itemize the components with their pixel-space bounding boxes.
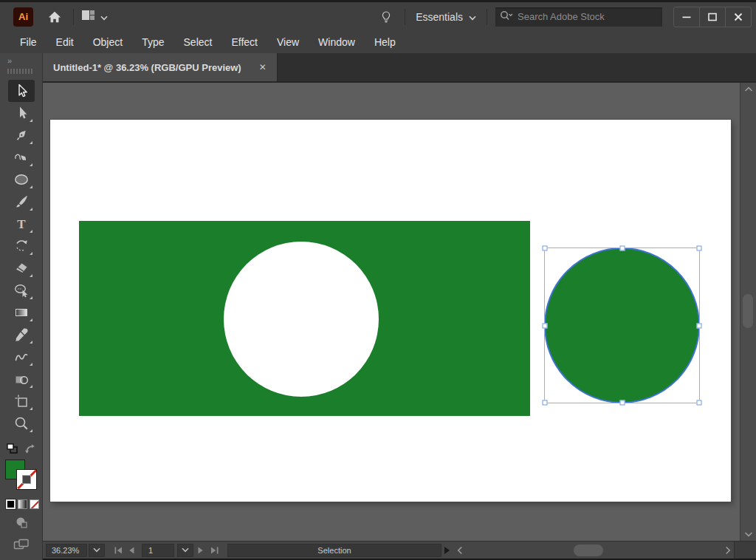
menu-file[interactable]: File — [10, 31, 47, 53]
selection-handle-bottom-center[interactable] — [619, 400, 625, 406]
shaper-tool[interactable] — [8, 346, 35, 368]
previous-artboard-icon[interactable] — [126, 544, 137, 556]
flyout-indicator — [30, 119, 32, 122]
menu-help[interactable]: Help — [365, 31, 405, 53]
color-button[interactable] — [6, 499, 16, 509]
artboard-number-value: 1 — [148, 546, 153, 555]
curvature-tool[interactable] — [8, 146, 35, 168]
eyedropper-tool[interactable] — [8, 324, 35, 346]
stroke-color-swatch[interactable] — [16, 469, 37, 490]
scroll-right-icon[interactable] — [722, 544, 734, 556]
search-icon — [500, 10, 513, 24]
workspace-switcher[interactable]: Essentials — [413, 11, 479, 23]
chevron-down-icon — [469, 11, 476, 23]
selection-handle-bottom-left[interactable] — [543, 400, 548, 406]
scroll-left-icon[interactable] — [454, 544, 466, 556]
selection-tool[interactable] — [8, 80, 35, 102]
artboard-number-field[interactable]: 1 — [142, 544, 174, 557]
eraser-tool[interactable] — [8, 257, 35, 279]
selection-handle-top-center[interactable] — [619, 246, 625, 251]
artboard-navigation: 1 — [112, 544, 220, 557]
rotate-tool[interactable] — [8, 235, 35, 257]
last-artboard-icon[interactable] — [208, 544, 220, 556]
ellipse-tool[interactable] — [8, 168, 35, 191]
window-controls — [673, 7, 752, 27]
gradient-button[interactable] — [18, 499, 27, 509]
horizontal-scroll-thumb[interactable] — [574, 544, 603, 556]
flyout-indicator — [30, 274, 32, 277]
selection-handle-bottom-right[interactable] — [697, 400, 702, 406]
lightbulb-icon[interactable] — [375, 6, 397, 28]
flyout-indicator — [30, 363, 32, 366]
horizontal-scroll-track[interactable] — [466, 542, 722, 559]
zoom-level-value: 36.23% — [52, 546, 79, 555]
shape-builder-tool[interactable] — [8, 368, 35, 390]
vertical-scroll-thumb[interactable] — [743, 294, 753, 328]
arrange-documents-icon — [81, 9, 96, 25]
gradient-icon — [16, 309, 27, 316]
selection-handle-middle-left[interactable] — [543, 323, 548, 328]
artboard[interactable] — [50, 120, 731, 502]
status-text: Selection — [317, 546, 351, 555]
titlebar-divider — [405, 9, 405, 25]
flyout-indicator — [30, 163, 32, 166]
document-tab[interactable]: Untitled-1* @ 36.23% (RGB/GPU Preview) ✕ — [43, 53, 278, 81]
zoom-tool[interactable] — [8, 412, 35, 434]
artboard-dropdown-button[interactable] — [177, 544, 193, 557]
type-tool[interactable]: T — [8, 213, 35, 235]
maximize-button[interactable] — [699, 7, 725, 27]
minimize-button[interactable] — [674, 7, 699, 27]
color-controls — [0, 443, 42, 553]
default-fill-stroke-icon[interactable] — [7, 443, 18, 457]
stroke-swatch-hole — [22, 475, 31, 484]
lasso-tool[interactable] — [8, 279, 35, 301]
panel-collapse-button[interactable]: » — [7, 56, 42, 65]
close-button[interactable] — [725, 7, 751, 27]
pen-tool[interactable] — [8, 124, 35, 146]
selection-handle-middle-right[interactable] — [697, 323, 702, 328]
selection-bounding-box — [544, 247, 700, 403]
tab-close-icon[interactable]: ✕ — [259, 62, 267, 72]
none-button[interactable] — [30, 499, 39, 509]
illustrator-window: Ai Essentials — [0, 0, 756, 560]
canvas-area — [43, 83, 756, 541]
home-icon[interactable] — [44, 6, 66, 28]
arrange-documents-button[interactable] — [81, 9, 108, 25]
swap-fill-stroke-icon[interactable] — [25, 443, 35, 457]
flyout-indicator — [30, 230, 32, 233]
first-artboard-icon[interactable] — [112, 544, 124, 556]
direct-selection-tool[interactable] — [8, 102, 35, 124]
zoom-dropdown-button[interactable] — [89, 544, 105, 557]
menu-type[interactable]: Type — [132, 31, 173, 53]
tools-panel: » T — [0, 53, 43, 560]
paintbrush-tool[interactable] — [8, 191, 35, 213]
search-input[interactable] — [516, 10, 658, 23]
artboard-tool[interactable] — [8, 390, 35, 412]
status-flyout-icon[interactable] — [444, 547, 450, 554]
menu-object[interactable]: Object — [83, 31, 132, 53]
zoom-level-field[interactable]: 36.23% — [46, 544, 87, 557]
menu-effect[interactable]: Effect — [221, 31, 267, 53]
document-tabbar: Untitled-1* @ 36.23% (RGB/GPU Preview) ✕ — [43, 53, 756, 83]
scroll-down-icon[interactable] — [740, 527, 756, 541]
panel-drag-grip[interactable] — [7, 69, 32, 74]
screen-mode-button[interactable] — [8, 536, 35, 553]
flyout-indicator — [30, 385, 32, 388]
svg-text:T: T — [17, 217, 26, 231]
selection-handle-top-left[interactable] — [543, 246, 548, 251]
menu-view[interactable]: View — [267, 31, 309, 53]
gradient-tool[interactable] — [8, 301, 35, 324]
flyout-indicator — [30, 318, 32, 321]
adobe-stock-search — [495, 7, 663, 27]
menu-window[interactable]: Window — [309, 31, 365, 53]
next-artboard-icon[interactable] — [195, 544, 207, 556]
flyout-indicator — [30, 407, 32, 410]
scroll-up-icon[interactable] — [740, 83, 756, 96]
vertical-scrollbar[interactable] — [740, 83, 756, 541]
selection-handle-top-right[interactable] — [697, 246, 702, 251]
drawing-mode-button[interactable] — [8, 513, 35, 531]
menu-select[interactable]: Select — [174, 31, 222, 53]
horizontal-scrollbar[interactable] — [454, 542, 734, 559]
white-circle-shape[interactable] — [224, 242, 379, 397]
menu-edit[interactable]: Edit — [47, 31, 83, 53]
